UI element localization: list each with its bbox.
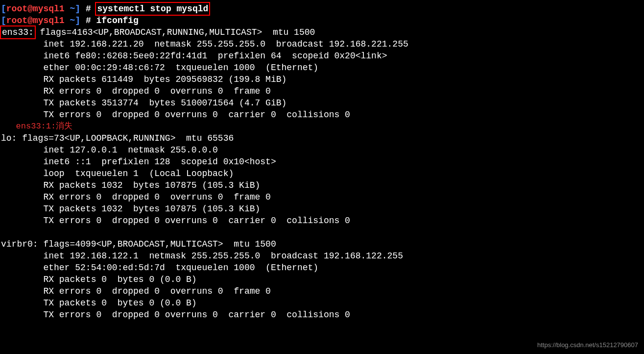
lo-tx-packets: TX packets 1032 bytes 107875 (105.3 KiB) [1,203,643,215]
lo-rx-packets: RX packets 1032 bytes 107875 (105.3 KiB) [1,179,643,191]
prompt-hash: # [80,4,96,14]
cmd-ifconfig: ifconfig [96,16,138,25]
prompt-user: root [6,4,27,14]
ens33-inet6: inet6 fe80::6268:5ee0:22fd:41d1 prefixle… [1,50,643,62]
lo-rx-errors: RX errors 0 dropped 0 overruns 0 frame 0 [1,191,643,203]
virbr0-tx-errors: TX errors 0 dropped 0 overruns 0 carrier… [1,309,643,321]
lo-header: lo: flags=73<UP,LOOPBACK,RUNNING> mtu 65… [1,132,643,144]
ens33-inet: inet 192.168.221.20 netmask 255.255.255.… [1,38,643,50]
lo-inet: inet 127.0.0.1 netmask 255.0.0.0 [1,144,643,156]
cmd-stop-mysqld: systemctl stop mysqld [97,4,208,14]
virbr0-inet: inet 192.168.122.1 netmask 255.255.255.0… [1,250,643,262]
bracket-close: ] [75,16,80,25]
prompt-hash: # [80,16,96,25]
prompt-host: mysql1 [33,4,65,14]
prompt-path: ~ [65,16,75,25]
bracket-open: [ [1,16,6,25]
prompt-at: @ [27,4,33,14]
ens33-header: ens33: flags=4163<UP,BROADCAST,RUNNING,M… [1,26,643,38]
ens33-tx-errors: TX errors 0 dropped 0 overruns 0 carrier… [1,109,643,121]
bracket-close: ] [75,4,80,14]
prompt-user: root [6,16,27,25]
virbr0-rx-errors: RX errors 0 dropped 0 overruns 0 frame 0 [1,285,643,297]
blank-line [1,227,643,238]
prompt-host: mysql1 [33,16,65,25]
highlighted-interface-ens33: ens33: [0,25,36,39]
ens33-rx-packets: RX packets 611449 bytes 209569832 (199.8… [1,74,643,85]
virbr0-header: virbr0: flags=4099<UP,BROADCAST,MULTICAS… [1,238,643,250]
ens33-tx-packets: TX packets 3513774 bytes 5100071564 (4.7… [1,97,643,109]
virbr0-ether: ether 52:54:00:ed:5d:7d txqueuelen 1000 … [1,262,643,274]
ens33-rx-errors: RX errors 0 dropped 0 overruns 0 frame 0 [1,85,643,97]
watermark-text: https://blog.csdn.net/s15212790607 [537,339,638,351]
ens33-flags: flags=4163<UP,BROADCAST,RUNNING,MULTICAS… [35,27,315,37]
annotation-ens33-1-missing: ens33:1:消失 [1,121,643,132]
virbr0-rx-packets: RX packets 0 bytes 0 (0.0 B) [1,274,643,285]
ens33-ether: ether 00:0c:29:48:c6:72 txqueuelen 1000 … [1,62,643,74]
prompt-at: @ [27,16,33,25]
prompt-line-2: [root@mysql1 ~] # ifconfig [1,15,643,26]
virbr0-tx-packets: TX packets 0 bytes 0 (0.0 B) [1,297,643,309]
bracket-open: [ [1,4,6,14]
terminal-output[interactable]: [root@mysql1 ~] # systemctl stop mysqld … [1,3,643,321]
lo-loop: loop txqueuelen 1 (Local Loopback) [1,168,643,179]
prompt-path: ~ [65,4,75,14]
prompt-line-1: [root@mysql1 ~] # systemctl stop mysqld [1,3,643,15]
lo-inet6: inet6 ::1 prefixlen 128 scopeid 0x10<hos… [1,156,643,168]
lo-tx-errors: TX errors 0 dropped 0 overruns 0 carrier… [1,215,643,227]
iface-name-ens33: ens33: [2,27,34,37]
highlighted-command-1: systemctl stop mysqld [95,2,210,16]
